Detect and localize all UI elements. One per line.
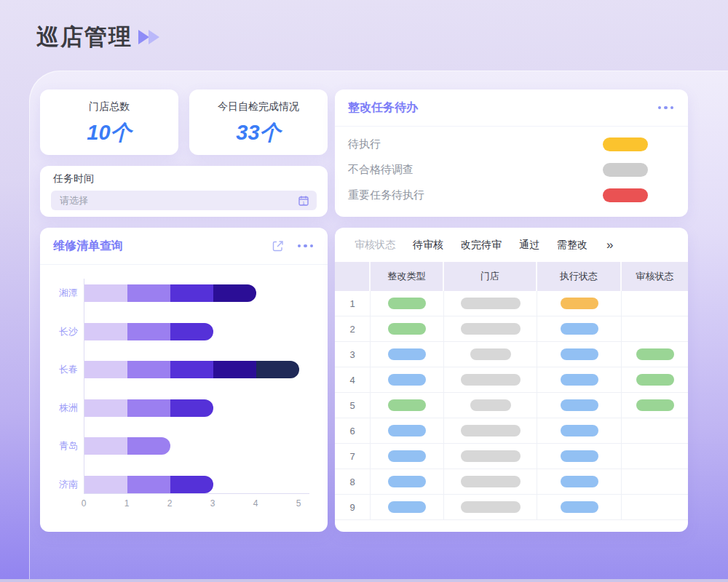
table-row[interactable]: 7 [335, 444, 688, 469]
x-axis-tick-label: 5 [290, 498, 307, 509]
more-menu-icon[interactable] [298, 244, 314, 248]
stacked-bar [84, 323, 213, 340]
x-axis-tick-label: 0 [75, 498, 92, 509]
todo-card-header: 整改任务待办 [335, 89, 688, 127]
status-pill [461, 476, 521, 487]
todo-item-label: 待执行 [348, 137, 381, 151]
table-row[interactable]: 1 [335, 291, 688, 316]
review-table-header: 整改类型 门店 执行状态 审核状态 [335, 262, 688, 291]
x-axis-tick-label: 3 [204, 498, 221, 509]
table-cell [371, 495, 444, 519]
tab-通过[interactable]: 通过 [519, 239, 539, 252]
table-row[interactable]: 9 [335, 495, 688, 520]
table-cell [537, 367, 622, 392]
status-pill [636, 399, 674, 411]
bar-segment [170, 476, 213, 493]
status-pill [461, 450, 521, 462]
table-cell [537, 393, 622, 418]
calendar-icon[interactable]: 1 [298, 195, 309, 207]
table-row[interactable]: 6 [335, 418, 688, 444]
stat-label: 今日自检完成情况 [189, 100, 328, 113]
status-pill [561, 298, 598, 309]
table-cell [444, 444, 537, 469]
table-cell [444, 418, 537, 443]
table-cell [371, 418, 444, 443]
more-menu-icon[interactable] [658, 106, 674, 110]
header-cell: 门店 [444, 262, 537, 291]
table-cell [622, 418, 688, 443]
table-cell [622, 367, 688, 392]
bar-segment [84, 284, 127, 302]
status-pill [470, 348, 511, 360]
status-pill [561, 323, 598, 335]
todo-item: 不合格待调查 [348, 157, 648, 183]
bar-category-label: 株洲 [43, 402, 78, 415]
bar-segment [170, 323, 213, 340]
fast-forward-icon [138, 30, 149, 44]
bar-segment [127, 323, 170, 340]
table-row[interactable]: 8 [335, 469, 688, 495]
bar-segment [127, 399, 170, 417]
table-cell [537, 418, 622, 443]
tab-需整改[interactable]: 需整改 [557, 239, 587, 252]
table-cell [444, 342, 537, 367]
status-pill [603, 137, 648, 151]
status-pill [470, 399, 511, 411]
review-table-body: 123456789 [335, 291, 688, 520]
stat-card-total-stores: 门店总数 10个 [40, 89, 178, 155]
table-row[interactable]: 3 [335, 342, 688, 367]
status-pill [388, 399, 426, 411]
stacked-bar [84, 361, 299, 378]
row-number: 2 [349, 324, 355, 335]
fast-forward-icon [149, 30, 159, 44]
table-row[interactable]: 2 [335, 316, 688, 342]
status-pill [603, 188, 648, 202]
bar-category-label: 湘潭 [43, 287, 78, 300]
bar-segment [127, 437, 170, 455]
stat-value: 10个 [40, 119, 178, 148]
table-cell [537, 444, 622, 469]
todo-list: 待执行不合格待调查重要任务待执行 [335, 127, 688, 208]
bar-category-label: 济南 [43, 478, 78, 491]
row-number: 8 [349, 477, 355, 487]
tab-待审核[interactable]: 待审核 [413, 239, 443, 252]
x-axis-line [84, 493, 309, 494]
status-pill [561, 476, 598, 487]
status-pill [388, 374, 426, 386]
page-header: 巡店管理 [36, 22, 159, 52]
table-row[interactable]: 4 [335, 367, 688, 393]
todo-item: 重要任务待执行 [348, 183, 648, 208]
row-number-cell: 5 [335, 393, 371, 418]
status-pill [561, 348, 598, 360]
row-number-cell: 7 [335, 444, 371, 469]
date-picker-input[interactable]: 1 [51, 191, 317, 210]
row-number: 7 [349, 451, 355, 462]
table-cell [444, 393, 537, 418]
y-axis-line [84, 279, 84, 493]
row-number-cell: 6 [335, 418, 371, 443]
stat-label: 门店总数 [40, 100, 178, 113]
bar-segment [127, 476, 170, 493]
more-tabs-icon[interactable]: » [606, 239, 613, 251]
status-pill [561, 399, 598, 411]
status-pill [561, 450, 598, 462]
stacked-bar [84, 399, 213, 417]
share-icon[interactable] [272, 239, 285, 252]
review-status-card: 审核状态 待审核改完待审通过需整改» 整改类型 门店 执行状态 审核状态 123… [335, 228, 688, 532]
status-pill [388, 348, 426, 360]
table-cell [537, 495, 622, 519]
header-cell: 审核状态 [622, 262, 688, 291]
bar-segment [127, 361, 170, 378]
status-pill [388, 501, 426, 513]
tab-改完待审[interactable]: 改完待审 [461, 239, 502, 252]
bottom-strip [0, 579, 728, 582]
table-cell [622, 393, 688, 418]
table-row[interactable]: 5 [335, 393, 688, 418]
bar-segment [213, 361, 256, 378]
stat-value: 33个 [189, 119, 328, 148]
header-cell: 执行状态 [537, 262, 622, 291]
todo-card: 整改任务待办 待执行不合格待调查重要任务待执行 [335, 89, 688, 217]
row-number: 3 [349, 349, 355, 360]
date-input-field[interactable] [58, 194, 298, 207]
header-cell [335, 262, 371, 291]
